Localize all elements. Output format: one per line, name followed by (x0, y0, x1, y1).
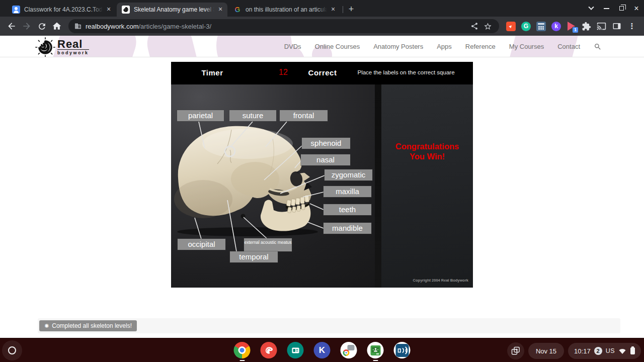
url-path: /articles/game-skeletal-3/ (139, 23, 212, 30)
mini-chrome-icon (343, 349, 350, 356)
site-header: Real bodywork DVDs Online Courses Anatom… (0, 36, 644, 57)
label-temporal[interactable]: temporal (230, 251, 278, 262)
running-indicator (239, 360, 245, 361)
game-header-bar: Timer 12 Correct Place the labels on the… (171, 62, 473, 84)
tab-classwork[interactable]: Classwork for 4A.2023.C.Todd A × (7, 3, 116, 17)
clock-text: 10:17 (574, 347, 591, 355)
tab-skeletal-anatomy-game[interactable]: Skeletal Anatomy game level 3 - × (117, 3, 227, 17)
timer-label: Timer (201, 68, 223, 77)
label-maxilla[interactable]: maxilla (324, 186, 371, 197)
realbodywork-logo[interactable]: Real bodywork (35, 37, 89, 57)
nav-dvds[interactable]: DVDs (284, 43, 301, 50)
nav-apps[interactable]: Apps (437, 43, 452, 50)
launcher-circle-icon (8, 346, 16, 354)
new-tab-button[interactable]: + (344, 3, 358, 17)
extensions-puzzle-icon[interactable] (582, 22, 591, 31)
shelf-item-readwrite[interactable] (394, 342, 411, 358)
calculator-extension-icon[interactable] (536, 22, 546, 31)
copyright-text: Copyright 2004 Real Bodywork (413, 278, 468, 283)
tab-google-search[interactable]: G on this illustration of an articulat × (228, 3, 340, 17)
shelf-item-chrome[interactable] (234, 342, 251, 358)
label-zygomatic[interactable]: zygomatic (325, 169, 372, 180)
date-pill[interactable]: Nov 15 (528, 343, 564, 359)
nav-contact[interactable]: Contact (557, 43, 580, 50)
date-text: Nov 15 (536, 347, 556, 355)
logo-subtitle: bodywork (57, 49, 89, 55)
nav-online-courses[interactable]: Online Courses (315, 43, 360, 50)
side-panel-icon[interactable] (612, 22, 621, 31)
nav-reference[interactable]: Reference (465, 43, 496, 50)
watermark-shape (142, 36, 205, 57)
forward-button[interactable] (19, 19, 34, 34)
label-frontal[interactable]: frontal (280, 110, 328, 121)
notification-count-badge: 2 (594, 347, 602, 355)
tab-search-chevron-icon[interactable] (584, 0, 599, 17)
shelf-app-dock: K (234, 342, 411, 358)
site-info-icon[interactable] (74, 23, 82, 30)
badge-burst-icon: ✺ (44, 323, 49, 329)
shelf-item-chrome-app[interactable] (341, 342, 357, 358)
shelf-item-canvas[interactable] (261, 342, 277, 358)
anatomy-game-canvas: Timer 12 Correct Place the labels on the… (171, 62, 473, 288)
system-tray[interactable]: 10:17 2 US (568, 343, 641, 359)
notice-strip: ✺ Completed all skeleton levels! (38, 318, 620, 333)
extension-badge: 1 (572, 27, 579, 33)
label-external-acoustic-meatus[interactable]: external acoustic meatus (244, 238, 292, 251)
label-occipital[interactable]: occipital (178, 239, 225, 250)
address-bar[interactable]: realbodywork.com/articles/game-skeletal-… (68, 19, 499, 33)
home-button[interactable] (49, 19, 64, 34)
close-window-button[interactable]: × (629, 0, 644, 17)
soundwave-app-icon (394, 342, 411, 358)
bookmark-star-icon[interactable] (481, 20, 494, 33)
realbodywork-spiral-icon (122, 6, 130, 14)
close-tab-icon[interactable]: × (216, 6, 224, 14)
skull-image (172, 124, 318, 237)
label-suture[interactable]: suture (229, 110, 276, 121)
launcher-button[interactable] (2, 340, 22, 360)
classroom-person-icon (12, 6, 20, 14)
nav-my-courses[interactable]: My Courses (509, 43, 544, 50)
back-button[interactable] (4, 19, 19, 34)
label-mandible[interactable]: mandible (324, 223, 371, 234)
label-nasal[interactable]: nasal (301, 154, 350, 165)
chrome-icon (234, 342, 251, 358)
google-g-icon: G (233, 6, 242, 14)
label-parietal[interactable]: parietal (177, 110, 224, 121)
chromeos-shelf: K (0, 338, 644, 362)
rocket-extension-icon[interactable]: ▲ (506, 22, 516, 31)
search-icon[interactable] (594, 43, 602, 51)
timer-value: 12 (279, 68, 288, 77)
screencast-extension-icon[interactable]: 1 (567, 22, 576, 31)
shelf-item-kami[interactable]: K (314, 342, 331, 358)
extensions-bar: ▲ G k 1 ⋮ (503, 22, 640, 31)
canvas-palette-icon (261, 342, 277, 358)
grammarly-extension-icon[interactable]: G (521, 22, 531, 31)
tab-strip: Classwork for 4A.2023.C.Todd A × Skeleta… (0, 0, 644, 17)
browser-menu-kebab-icon[interactable]: ⋮ (627, 22, 637, 31)
spiral-logo-icon (35, 37, 55, 57)
app-window-shape (348, 345, 355, 350)
logo-title: Real (57, 39, 89, 49)
reload-button[interactable] (34, 19, 49, 34)
nav-anatomy-posters[interactable]: Anatomy Posters (373, 43, 423, 50)
close-tab-icon[interactable]: × (105, 6, 113, 14)
status-area: Nov 15 10:17 2 US (507, 342, 641, 359)
label-teeth[interactable]: teeth (324, 204, 371, 215)
result-panel: Congratulations You Win! Copyright 2004 … (381, 84, 473, 288)
restore-button[interactable] (614, 0, 629, 17)
running-indicator (373, 360, 378, 361)
tab-title: Skeletal Anatomy game level 3 - (134, 6, 214, 13)
minimize-button[interactable] (599, 0, 614, 17)
shelf-item-classroom[interactable] (367, 342, 384, 358)
game-instruction: Place the labels on the correct square (357, 69, 454, 75)
share-icon[interactable] (468, 20, 481, 33)
kami-extension-icon[interactable]: k (551, 22, 561, 31)
screen-capture-tray-icon[interactable] (507, 342, 524, 359)
label-sphenoid[interactable]: sphenoid (302, 138, 350, 149)
close-tab-icon[interactable]: × (329, 6, 337, 14)
keyboard-layout: US (606, 347, 615, 354)
shelf-item-screencast[interactable] (287, 342, 304, 358)
kami-icon: K (314, 342, 331, 358)
cast-icon[interactable] (597, 22, 606, 31)
main-navigation: DVDs Online Courses Anatomy Posters Apps… (284, 36, 602, 57)
